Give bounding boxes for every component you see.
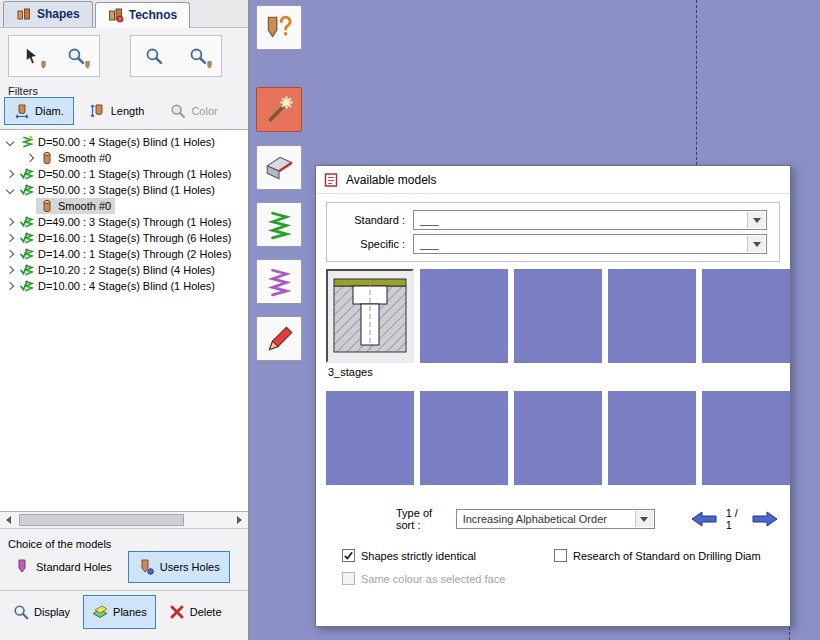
chevron-right-icon[interactable]: [4, 232, 16, 244]
checkbox-checked-icon[interactable]: [342, 549, 355, 562]
thread-check-icon: [20, 279, 34, 293]
standard-label: Standard :: [333, 214, 413, 226]
chevron-down-icon[interactable]: [4, 184, 16, 196]
tree-item-label: D=50.00 : 1 Stage(s) Through (1 Holes): [38, 168, 231, 180]
model-thumbnail-empty[interactable]: [420, 269, 508, 363]
model-thumbnail-empty[interactable]: [608, 269, 696, 363]
shapes-identical-checkbox[interactable]: Shapes strictly identical: [342, 549, 476, 562]
tap-tool-button[interactable]: [256, 259, 302, 304]
tree-row[interactable]: D=10.00 : 4 Stage(s) Blind (1 Holes): [0, 278, 248, 294]
chevron-right-icon[interactable]: [4, 216, 16, 228]
standard-dropdown[interactable]: ___: [413, 210, 767, 230]
diameter-icon: [14, 103, 30, 119]
zoom-hole-button[interactable]: [177, 38, 219, 74]
color-icon: [170, 103, 186, 119]
filter-diameter-button[interactable]: Diam.: [4, 97, 74, 125]
filter-color-button[interactable]: Color: [160, 97, 227, 125]
tree-row[interactable]: D=50.00 : 4 Stage(s) Blind (1 Holes): [0, 134, 248, 150]
model-thumbnail-empty[interactable]: [702, 391, 790, 485]
sketch-dashed-line-bottom: [789, 627, 790, 640]
scrollbar-thumb[interactable]: [19, 514, 184, 526]
model-thumbnail-empty[interactable]: [514, 391, 602, 485]
model-thumbnail-empty[interactable]: [702, 269, 790, 363]
tree-item-label: Smooth #0: [58, 152, 111, 164]
chevron-right-icon[interactable]: [4, 248, 16, 260]
users-holes-icon: [138, 559, 154, 575]
search-hole-button[interactable]: [55, 38, 97, 74]
dialog-titlebar[interactable]: Available models: [316, 166, 790, 194]
checkbox-unchecked-icon[interactable]: [554, 549, 567, 562]
model-thumbnail-empty[interactable]: [326, 391, 414, 485]
tree-row[interactable]: Smooth #0: [0, 150, 248, 166]
scrollbar-track[interactable]: [17, 512, 231, 528]
edit-tool-button[interactable]: [256, 316, 302, 361]
face-tool-button[interactable]: [256, 145, 302, 190]
checkbox-row-1: Shapes strictly identical Research of St…: [342, 549, 761, 562]
horizontal-scrollbar[interactable]: [0, 512, 248, 529]
specific-dropdown[interactable]: ___: [413, 234, 767, 254]
tree-item-label: D=50.00 : 4 Stage(s) Blind (1 Holes): [38, 136, 215, 148]
checkbox-disabled-icon: [342, 572, 355, 585]
magnifier-icon: [145, 47, 163, 65]
select-hole-button[interactable]: [11, 38, 53, 74]
research-standard-checkbox[interactable]: Research of Standard on Drilling Diam: [554, 549, 761, 562]
dialog-icon: [323, 172, 339, 188]
chevron-down-icon[interactable]: [4, 136, 16, 148]
model-thumbnail-empty[interactable]: [514, 269, 602, 363]
tab-shapes-label: Shapes: [37, 7, 80, 21]
chevron-right-icon[interactable]: [24, 152, 36, 164]
delete-button[interactable]: Delete: [160, 595, 231, 629]
shapes-identical-label: Shapes strictly identical: [361, 550, 476, 562]
arrow-right-icon: [752, 510, 778, 528]
next-page-button[interactable]: [752, 509, 778, 529]
display-button[interactable]: Display: [4, 595, 79, 629]
models-choice-title: Choice of the models: [8, 538, 111, 550]
dropdown-arrow-icon[interactable]: [747, 212, 765, 228]
filter-length-label: Length: [111, 105, 145, 117]
tree-row[interactable]: D=16.00 : 1 Stage(s) Through (6 Holes): [0, 230, 248, 246]
help-tool-button[interactable]: [256, 5, 302, 50]
same-colour-label: Same colour as selected face: [361, 573, 505, 585]
delete-label: Delete: [190, 606, 222, 618]
tool-group-select: [8, 35, 100, 77]
magic-wand-tool-button[interactable]: [256, 87, 302, 132]
scroll-right-button[interactable]: [231, 512, 248, 528]
model-thumbnail-3-stages[interactable]: [326, 269, 414, 363]
thread-check-icon: [20, 167, 34, 181]
model-thumbnail-empty[interactable]: [420, 391, 508, 485]
standard-specific-group: Standard : ___ Specific : ___: [326, 202, 780, 262]
planes-button[interactable]: Planes: [83, 595, 156, 629]
filter-diameter-label: Diam.: [35, 105, 64, 117]
tree-row-selected[interactable]: Smooth #0: [0, 198, 248, 214]
scroll-left-button[interactable]: [0, 512, 17, 528]
sort-dropdown[interactable]: Increasing Alphabetical Order: [456, 509, 655, 529]
planes-label: Planes: [113, 606, 147, 618]
cylinder-icon: [40, 151, 54, 165]
standard-value: ___: [420, 214, 438, 226]
chevron-right-icon[interactable]: [4, 280, 16, 292]
thread-tool-button[interactable]: [256, 202, 302, 247]
tab-technos[interactable]: Technos: [95, 2, 190, 28]
standard-holes-label: Standard Holes: [36, 561, 112, 573]
dropdown-arrow-icon[interactable]: [635, 511, 653, 527]
sort-value: Increasing Alphabetical Order: [463, 513, 607, 525]
tab-shapes[interactable]: Shapes: [3, 1, 93, 27]
dropdown-arrow-icon[interactable]: [747, 236, 765, 252]
chevron-right-icon[interactable]: [4, 264, 16, 276]
standard-holes-button[interactable]: Standard Holes: [4, 551, 122, 583]
page-indicator: 1 / 1: [726, 507, 743, 531]
filters-title: Filters: [8, 85, 38, 97]
previous-page-button[interactable]: [691, 509, 717, 529]
users-holes-button[interactable]: Users Holes: [128, 551, 230, 583]
tree-row[interactable]: D=50.00 : 1 Stage(s) Through (1 Holes): [0, 166, 248, 182]
zoom-out-button[interactable]: [133, 38, 175, 74]
thread-icon: [20, 135, 34, 149]
tree-row[interactable]: D=50.00 : 3 Stage(s) Blind (1 Holes): [0, 182, 248, 198]
filter-length-button[interactable]: Length: [80, 97, 155, 125]
specific-value: ___: [420, 238, 438, 250]
model-thumbnail-empty[interactable]: [608, 391, 696, 485]
chevron-right-icon[interactable]: [4, 168, 16, 180]
tree-row[interactable]: D=14.00 : 1 Stage(s) Through (2 Holes): [0, 246, 248, 262]
tree-row[interactable]: D=49.00 : 3 Stage(s) Through (1 Holes): [0, 214, 248, 230]
tree-row[interactable]: D=10.20 : 2 Stage(s) Blind (4 Holes): [0, 262, 248, 278]
